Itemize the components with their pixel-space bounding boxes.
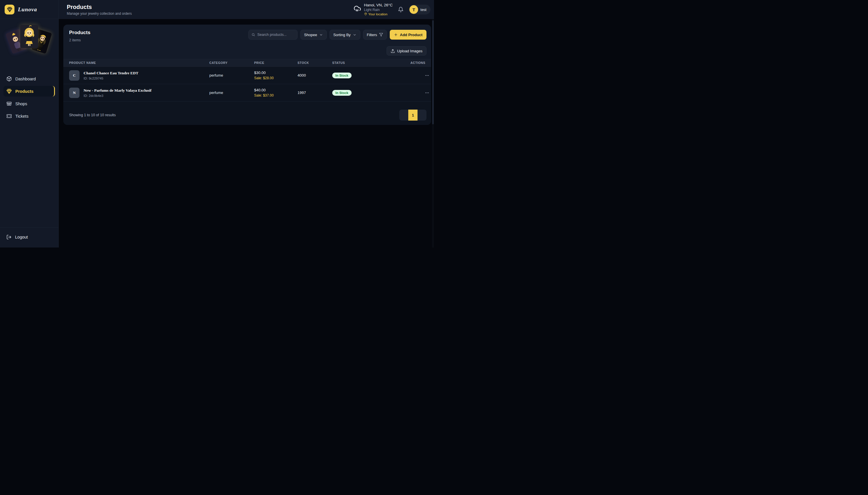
sorting-select[interactable]: Sorting By	[329, 30, 360, 40]
page-title: Products	[67, 4, 132, 11]
actions-cell	[399, 90, 429, 95]
topbar: Products Manage your jewelry collection …	[59, 0, 434, 19]
card-head: Products 2 items Shopee Sor	[63, 24, 431, 42]
ticket-icon	[6, 113, 12, 119]
sidebar-item-label: Tickets	[15, 114, 28, 119]
sale-price: Sale: $28.00	[254, 76, 297, 80]
upload-icon	[391, 49, 395, 53]
product-name: Chanel Chance Eau Tendre EDT	[84, 71, 138, 75]
eye-icon	[399, 90, 403, 95]
logout-button[interactable]: Logout	[3, 232, 55, 242]
upload-images-button[interactable]: Upload Images	[387, 46, 426, 55]
product-avatar: C	[69, 70, 80, 81]
sidebar-item-dashboard[interactable]: Dashboard	[3, 73, 55, 84]
product-cell: C Chanel Chance Eau Tendre EDT ID: 9c229…	[69, 70, 209, 81]
page-heading: Products Manage your jewelry collection …	[67, 4, 132, 16]
sidebar-item-label: Shops	[15, 102, 27, 106]
filters-label: Filters	[367, 33, 377, 37]
status-badge: In Stock	[332, 72, 352, 78]
products-table: PRODUCT NAME CATEGORY PRICE STOCK STATUS…	[63, 59, 431, 125]
col-product-name: PRODUCT NAME	[69, 59, 209, 67]
pagination: 1	[399, 109, 426, 121]
chevron-down-icon	[319, 33, 323, 37]
bell-icon	[398, 7, 404, 13]
search-box	[249, 30, 297, 40]
category-cell: perfume	[209, 73, 254, 78]
ellipsis-icon	[425, 90, 429, 95]
gem-icon	[6, 88, 12, 94]
view-button[interactable]	[399, 73, 403, 78]
search-input[interactable]	[257, 33, 294, 37]
user-avatar: T	[409, 5, 418, 14]
col-actions: ACTIONS	[399, 59, 425, 67]
notifications-button[interactable]	[398, 7, 404, 13]
user-name: test	[421, 7, 426, 12]
topbar-right: Hanoi, VN, 26°C Light Rain Your location…	[354, 3, 430, 16]
platform-select[interactable]: Shopee	[301, 30, 327, 40]
chibi-card-center	[20, 25, 38, 48]
weather-location: Hanoi, VN, 26°C	[364, 3, 393, 8]
character-cards-illustration	[0, 23, 58, 61]
card-title-wrap: Products 2 items	[69, 30, 90, 42]
table-row[interactable]: N New - Parfums de Marly Valaya Exclusif…	[63, 84, 431, 102]
upload-row: Upload Images	[63, 42, 431, 59]
trash-icon	[416, 90, 421, 95]
more-button[interactable]	[425, 90, 429, 95]
price-cell: $40.00 Sale: $37.00	[254, 88, 297, 98]
table-row[interactable]: C Chanel Chance Eau Tendre EDT ID: 9c229…	[63, 67, 431, 84]
logout-label: Logout	[15, 235, 28, 239]
product-name: New - Parfums de Marly Valaya Exclusif	[84, 88, 152, 93]
brand-name: Lunova	[18, 6, 37, 13]
page-scrollbar[interactable]	[432, 19, 434, 248]
scrollbar-thumb[interactable]	[432, 20, 434, 124]
add-product-button[interactable]: Add Product	[390, 30, 426, 40]
store-icon	[6, 101, 12, 106]
map-pin-icon	[364, 13, 367, 16]
sidebar: Lunova Dashboard Products	[0, 0, 59, 248]
chevron-right-icon	[420, 113, 424, 117]
delete-button[interactable]	[416, 90, 421, 95]
more-button[interactable]	[425, 73, 429, 78]
items-count: 2 items	[69, 38, 90, 42]
app-root: Lunova Dashboard Products	[0, 0, 434, 248]
toolbar: Shopee Sorting By Filters	[249, 30, 426, 40]
filters-button[interactable]: Filters	[363, 30, 387, 40]
col-price: PRICE	[254, 59, 297, 67]
your-location-link[interactable]: Your location	[364, 12, 393, 16]
product-avatar: N	[69, 88, 80, 98]
table-header: PRODUCT NAME CATEGORY PRICE STOCK STATUS…	[63, 59, 431, 67]
chevron-down-icon	[353, 33, 357, 37]
col-category: CATEGORY	[209, 59, 254, 67]
delete-button[interactable]	[416, 73, 421, 78]
trash-icon	[416, 73, 421, 78]
brand[interactable]: Lunova	[0, 0, 58, 19]
sidebar-item-shops[interactable]: Shops	[3, 98, 55, 109]
page-subtitle: Manage your jewelry collection and order…	[67, 12, 132, 16]
edit-icon	[407, 90, 412, 95]
status-cell: In Stock	[332, 90, 399, 96]
main-area: Products Manage your jewelry collection …	[59, 0, 434, 248]
user-menu[interactable]: T test	[409, 5, 430, 15]
product-name-wrap: Chanel Chance Eau Tendre EDT ID: 9c22974…	[84, 71, 138, 80]
price-value: $30.00	[254, 71, 297, 75]
stock-cell: 4000	[297, 73, 332, 78]
eye-icon	[399, 73, 403, 78]
next-page-button[interactable]	[418, 109, 426, 121]
current-page-button[interactable]: 1	[408, 109, 418, 121]
stock-cell: 1997	[297, 90, 332, 95]
prev-page-button[interactable]	[399, 109, 408, 121]
chevron-left-icon	[402, 113, 406, 117]
edit-button[interactable]	[407, 90, 412, 95]
edit-button[interactable]	[407, 73, 412, 78]
weather-lines: Hanoi, VN, 26°C Light Rain Your location	[364, 3, 393, 16]
sidebar-item-tickets[interactable]: Tickets	[3, 111, 55, 121]
view-button[interactable]	[399, 90, 403, 95]
sidebar-item-products[interactable]: Products	[3, 86, 55, 97]
sidebar-nav: Dashboard Products Shops Tickets	[0, 62, 58, 121]
plus-icon	[394, 33, 398, 37]
actions-cell	[399, 73, 429, 78]
platform-select-value: Shopee	[304, 33, 317, 37]
sale-price: Sale: $37.00	[254, 93, 297, 98]
sidebar-item-label: Products	[15, 89, 34, 94]
weather-condition: Light Rain	[364, 8, 393, 12]
